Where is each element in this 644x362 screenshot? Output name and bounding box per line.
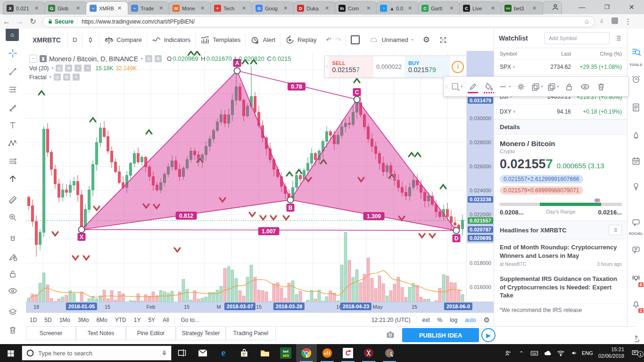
tool-trash-icon[interactable] [6, 323, 19, 337]
tool-unlock-icon[interactable] [6, 267, 19, 280]
wifi-icon[interactable] [555, 350, 567, 356]
action-center-icon[interactable]: 1 [629, 350, 641, 356]
pocket-extension-icon[interactable] [608, 17, 621, 26]
range-1y[interactable]: 1Y [130, 317, 145, 323]
scale-settings-icon[interactable]: ⚙ [480, 316, 494, 324]
taskbar-app-mail[interactable] [192, 344, 213, 362]
tool-fib-icon[interactable] [6, 83, 19, 96]
range-all[interactable]: All [159, 317, 173, 323]
secure-indicator[interactable]: Secure [48, 18, 74, 25]
browser-tab-duka[interactable]: DDuka✕ [293, 1, 336, 15]
legend-settings-icon[interactable]: ⚙ [155, 55, 162, 62]
fractal-study-label[interactable]: Fractal [29, 74, 47, 81]
fill-color-icon[interactable] [481, 79, 497, 95]
chart-style-button[interactable] [82, 33, 99, 47]
range-ytd[interactable]: YTD [111, 317, 130, 323]
legend-title[interactable]: Monero / Bitcoin, D, BINANCE [49, 55, 138, 63]
layout-button[interactable] [346, 33, 364, 47]
watchlist-row-dxy[interactable]: DXY94.16+0.18 (+0.19%) [494, 105, 627, 119]
tool-layers-icon[interactable] [6, 306, 19, 319]
vol-add-icon[interactable]: + [74, 65, 82, 72]
tool-text-icon[interactable] [6, 119, 19, 132]
watchlist-menu-icon[interactable] [613, 34, 623, 42]
tray-expand-icon[interactable]: ⌃ [515, 350, 528, 356]
headlines-menu-icon[interactable] [609, 225, 622, 235]
browser-menu-icon[interactable]: ⋮ [621, 17, 635, 26]
taskbar-app-bet365[interactable]: bet365 [275, 344, 296, 362]
scale-option-%[interactable]: % [434, 317, 446, 323]
templates-button[interactable]: Templates [196, 33, 246, 47]
browser-tab-gartl[interactable]: CGartl✕ [418, 1, 460, 15]
tab-close-icon[interactable]: ✕ [76, 5, 80, 11]
range-3mo[interactable]: 3Mo [74, 317, 92, 323]
scale-option-log[interactable]: log [446, 317, 461, 323]
taskbar-app-taskview[interactable] [172, 344, 192, 362]
range-1mo[interactable]: 1Mo [56, 317, 74, 323]
legend-eye-icon[interactable]: ◎ [145, 55, 152, 62]
headlines-title[interactable]: Headlines for XMRBTC [500, 227, 609, 234]
screener-icon[interactable] [627, 44, 644, 60]
tool-forecast-icon[interactable] [6, 155, 19, 168]
tab-close-icon[interactable]: ✕ [532, 5, 537, 11]
chevron-down-icon[interactable]: ▾ [141, 57, 143, 61]
browser-tab-trade[interactable]: ~Trade✕ [127, 1, 170, 15]
taskbar-app-store[interactable] [234, 344, 255, 362]
vol-settings-icon[interactable]: ⚙ [65, 65, 72, 72]
line-color-icon[interactable] [465, 79, 481, 95]
interval-button[interactable]: D [68, 33, 82, 47]
tool-eye-icon[interactable] [6, 284, 19, 297]
redo-button[interactable]: ↷ [336, 33, 346, 47]
vol-close-icon[interactable]: × [84, 65, 91, 72]
mic-icon[interactable] [161, 349, 167, 357]
clone-icon[interactable]: ▾ [529, 79, 545, 95]
forward-button[interactable]: → [13, 17, 26, 26]
range-5d[interactable]: 5D [41, 317, 55, 323]
tool-crosshair-icon[interactable] [6, 47, 19, 60]
browser-tab-glob[interactable]: GGlob✕ [44, 1, 87, 15]
tab-close-icon[interactable]: ✕ [283, 5, 288, 11]
tool-xabcd-icon[interactable] [6, 137, 19, 150]
browser-tab-live[interactable]: CLive✕ [459, 1, 502, 15]
tab-close-icon[interactable]: ✕ [242, 5, 246, 11]
symbol-button[interactable]: XMRBTC [26, 33, 68, 47]
browser-tab-bet3[interactable]: 365bet3✕ [501, 1, 543, 15]
onedrive-icon[interactable] [542, 350, 554, 356]
replay-button[interactable]: Replay [281, 33, 321, 47]
browser-tab-xmrb[interactable]: ~XMRB✕ [86, 1, 128, 15]
bottom-tab-screener[interactable]: Screener [26, 327, 76, 340]
vol-eye-icon[interactable]: ◎ [56, 65, 63, 72]
taskbar-app-redapp[interactable] [358, 344, 379, 362]
taskbar-app-capp[interactable]: C [338, 344, 358, 362]
browser-tab-tech[interactable]: +Tech✕ [210, 1, 253, 15]
bell-icon[interactable]: 2 [627, 296, 644, 312]
url-text[interactable]: https://www.tradingview.com/chart/tPFpBi… [77, 18, 195, 25]
tool-drawlock-icon[interactable] [6, 250, 19, 263]
minimize-button[interactable]: — [578, 3, 585, 11]
cloud-layout-button[interactable]: Unnamed▾ [364, 33, 418, 47]
tab-close-icon[interactable]: ✕ [325, 5, 329, 11]
taskbar-app-edge[interactable]: e [213, 344, 234, 362]
url-box[interactable]: Secure https://www.tradingview.com/chart… [42, 16, 595, 27]
refresh-button[interactable]: ↻ [26, 17, 40, 26]
news-item[interactable]: Supplemental IRS Guidance on Taxation of… [494, 271, 627, 304]
copy-icon[interactable]: ▾ [545, 79, 561, 95]
range-5y[interactable]: 5Y [144, 317, 159, 323]
people-icon[interactable] [502, 349, 514, 357]
fractal-close-icon[interactable]: × [73, 74, 80, 81]
chart-properties-button[interactable]: ⚙ [418, 33, 435, 47]
taskbar-search-box[interactable]: Type here to search [22, 346, 172, 361]
fractal-eye-icon[interactable]: ◎ [54, 74, 61, 81]
tab-close-icon[interactable]: ✕ [200, 5, 205, 11]
bulb-icon[interactable] [627, 179, 644, 195]
hide-icon[interactable] [577, 79, 593, 95]
start-button[interactable] [0, 344, 21, 362]
maximize-button[interactable]: ❐ [604, 4, 610, 10]
taskbar-clock[interactable]: 15:21 02/06/2018 [598, 346, 624, 360]
flame-icon[interactable] [627, 128, 644, 144]
collapse-toolbar-button[interactable] [6, 29, 19, 41]
tool-magnet-icon[interactable] [6, 233, 19, 246]
clock-utc[interactable]: 12:21:20 (UTC) [368, 317, 414, 323]
browser-tab-com[interactable]: InCom✕ [335, 1, 377, 15]
indicators-button[interactable]: Indicators [147, 33, 196, 47]
close-window-button[interactable]: ✕ [629, 3, 635, 11]
